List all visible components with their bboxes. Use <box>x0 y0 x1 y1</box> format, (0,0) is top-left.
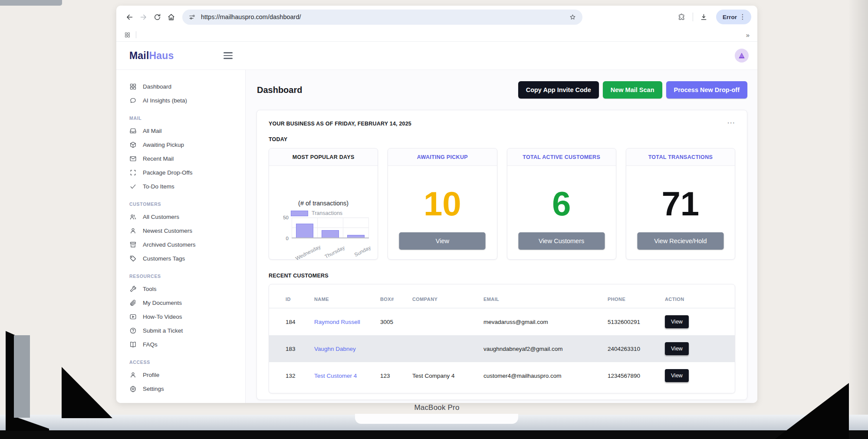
bookmarks-overflow-icon[interactable]: » <box>746 31 750 39</box>
cell-email: customer4@mailhauspro.com <box>483 362 608 389</box>
dashboard-grid-icon <box>129 83 137 90</box>
sidebar-item-label: Archived Customers <box>143 241 196 248</box>
cell-id: 184 <box>269 308 314 336</box>
today-label: TODAY <box>269 136 735 142</box>
site-settings-icon[interactable] <box>188 13 196 21</box>
sidebar-item-todo-items[interactable]: To-Do Items <box>129 179 245 193</box>
sidebar-item-all-mail[interactable]: All Mail <box>129 124 245 138</box>
cell-email: mevadaruss@gmail.com <box>483 308 608 336</box>
sidebar-item-faqs[interactable]: FAQs <box>129 337 245 351</box>
macbook-mockup: https://mailhauspro.com/dashboard/ Error… <box>0 0 868 439</box>
bookmarks-divider <box>136 31 136 38</box>
recent-customers-table-card: ID NAME BOX# COMPANY EMAIL PHONE ACTION <box>269 284 735 393</box>
sidebar-item-dashboard[interactable]: Dashboard <box>129 79 245 93</box>
sidebar-item-all-customers[interactable]: All Customers <box>129 210 245 224</box>
cell-box: 123 <box>380 362 412 389</box>
sidebar-item-label: To-Do Items <box>143 183 174 190</box>
sidebar-item-label: Customers Tags <box>143 255 185 262</box>
sidebar-item-archived-customers[interactable]: Archived Customers <box>129 238 245 251</box>
sidebar-item-newest-customers[interactable]: Newest Customers <box>129 224 245 238</box>
sidebar-item-howto-videos[interactable]: How-To Videos <box>129 310 245 323</box>
view-customer-button[interactable]: View <box>665 369 689 382</box>
wrench-icon <box>129 285 137 293</box>
sidebar-item-package-dropoffs[interactable]: Package Drop-Offs <box>129 165 245 179</box>
sidebar-item-awaiting-pickup[interactable]: Awaiting Pickup <box>129 138 245 152</box>
sidebar-item-settings[interactable]: Settings <box>129 382 245 396</box>
hamburger-menu-icon[interactable] <box>224 52 233 59</box>
copy-app-invite-code-button[interactable]: Copy App Invite Code <box>518 81 599 99</box>
photo-prop-pillar <box>14 335 30 418</box>
sidebar-item-tools[interactable]: Tools <box>129 282 245 296</box>
sidebar-item-ai-insights[interactable]: AI Insights (beta) <box>129 93 245 107</box>
sidebar-item-customers-tags[interactable]: Customers Tags <box>129 251 245 265</box>
profile-error-badge[interactable]: Error ⋮ <box>716 10 751 24</box>
logo-light-text: Haus <box>149 50 174 61</box>
back-button[interactable] <box>122 10 136 24</box>
awaiting-pickup-value: 10 <box>388 187 496 221</box>
customer-link[interactable]: Test Customer 4 <box>314 373 357 379</box>
sidebar-item-recent-mail[interactable]: Recent Mail <box>129 152 245 165</box>
profile-icon <box>129 371 137 379</box>
downloads-button[interactable] <box>697 10 711 24</box>
cell-phone: 5132600291 <box>608 308 665 336</box>
video-play-icon <box>129 313 137 320</box>
sidebar-section-mail: MAIL <box>129 116 245 121</box>
view-awaiting-pickup-button[interactable]: View <box>399 232 486 250</box>
view-recieve-hold-button[interactable]: View Recieve/Hold <box>637 232 723 250</box>
col-header-email: EMAIL <box>483 295 608 308</box>
new-mail-scan-button[interactable]: New Mail Scan <box>603 81 662 99</box>
cell-id: 132 <box>269 362 314 389</box>
sidebar: Dashboard AI Insights (beta) MAIL All Ma… <box>116 70 246 403</box>
y-tick-50: 50 <box>283 215 289 220</box>
legend-swatch <box>291 211 308 216</box>
bookmark-star-icon[interactable] <box>569 13 576 21</box>
extensions-icon[interactable] <box>675 10 689 24</box>
sidebar-item-my-documents[interactable]: My Documents <box>129 296 245 310</box>
photo-prop-triangle <box>62 367 112 418</box>
sidebar-section-access: ACCESS <box>129 360 245 365</box>
sidebar-item-submit-ticket[interactable]: Submit a Ticket <box>129 323 245 337</box>
recent-customers-table: ID NAME BOX# COMPANY EMAIL PHONE ACTION <box>269 295 735 389</box>
active-customers-value: 6 <box>507 187 616 221</box>
photo-bottom-strip <box>0 430 868 439</box>
browser-window: https://mailhauspro.com/dashboard/ Error… <box>116 6 757 403</box>
view-customer-button[interactable]: View <box>665 315 689 328</box>
total-transactions-value: 71 <box>626 187 735 221</box>
sidebar-item-label: Dashboard <box>143 83 171 90</box>
logo-bold-text: Mail <box>129 50 149 61</box>
forward-button[interactable] <box>136 10 150 24</box>
tag-icon <box>129 255 137 262</box>
paperclip-icon <box>129 299 137 307</box>
view-customer-button[interactable]: View <box>665 342 689 355</box>
view-customers-button[interactable]: View Customers <box>518 232 605 250</box>
chart-plot-area <box>292 218 369 238</box>
bookmarks-bar: » <box>116 28 757 42</box>
pyramid-logo-icon <box>737 51 746 60</box>
sidebar-item-label: Package Drop-Offs <box>143 169 193 176</box>
laptop-lid-notch <box>355 414 518 424</box>
customer-link[interactable]: Vaughn Dabney <box>314 346 356 352</box>
cell-company <box>412 335 483 362</box>
mailhaus-logo[interactable]: MailHaus <box>129 50 174 62</box>
help-circle-icon <box>129 327 137 334</box>
refresh-button[interactable] <box>150 10 164 24</box>
url-text[interactable]: https://mailhauspro.com/dashboard/ <box>201 13 301 20</box>
browser-menu-icon[interactable]: ⋮ <box>737 13 748 20</box>
archive-box-icon <box>129 241 137 248</box>
cell-id: 183 <box>269 335 314 362</box>
business-overview-panel: YOUR BUSINESS AS OF FRIDAY, FEBRUARY 14,… <box>256 110 747 400</box>
col-header-name: NAME <box>314 295 380 308</box>
customer-link[interactable]: Raymond Russell <box>314 319 360 325</box>
users-icon <box>129 213 137 221</box>
user-avatar[interactable] <box>735 49 749 63</box>
url-bar[interactable]: https://mailhauspro.com/dashboard/ <box>182 10 582 25</box>
sidebar-item-label: Profile <box>143 372 159 378</box>
panel-menu-icon[interactable]: ⋯ <box>727 121 735 125</box>
process-new-dropoff-button[interactable]: Process New Drop-off <box>666 81 747 99</box>
sidebar-item-profile[interactable]: Profile <box>129 368 245 382</box>
apps-grid-icon[interactable] <box>124 32 131 38</box>
package-icon <box>129 141 137 149</box>
home-button[interactable] <box>164 10 178 24</box>
sidebar-item-label: All Customers <box>143 214 179 220</box>
photo-edge-shade <box>848 0 868 439</box>
